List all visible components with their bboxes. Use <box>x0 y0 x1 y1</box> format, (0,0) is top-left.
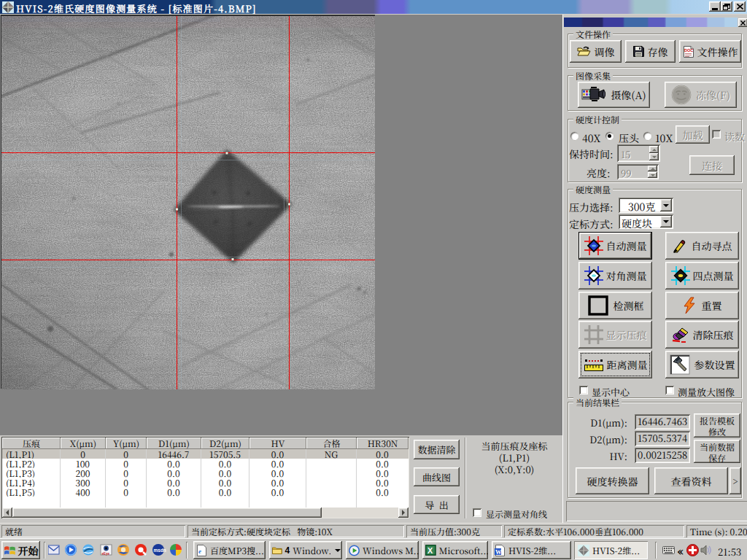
svg-text:msdn: msdn <box>154 548 166 553</box>
svg-text:eEye: eEye <box>102 552 110 556</box>
svg-text:X: X <box>427 546 433 555</box>
svg-text:e: e <box>198 548 201 555</box>
svg-text:W: W <box>495 548 502 555</box>
svg-text:DOC: DOC <box>684 48 693 52</box>
